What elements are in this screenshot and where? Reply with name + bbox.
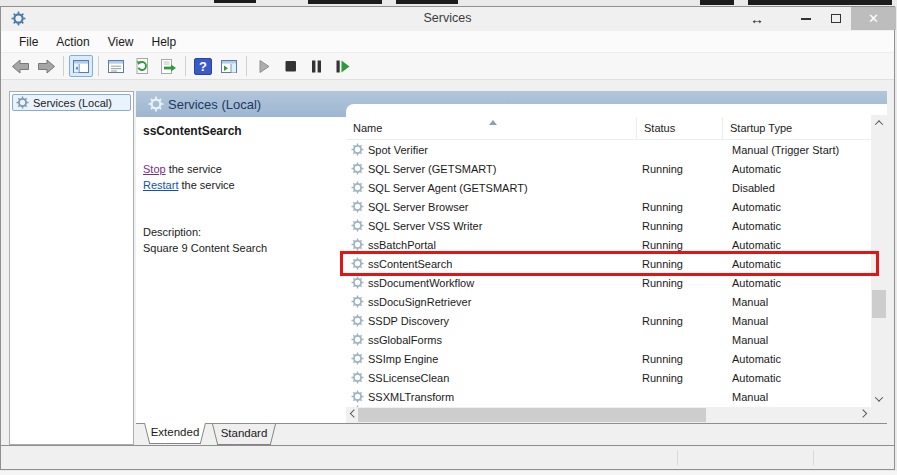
service-name-cell: Spot Verifier [368, 144, 428, 156]
forward-button[interactable] [34, 55, 58, 77]
background-window-fragment [396, 0, 458, 4]
service-startup-cell: Manual [732, 391, 768, 403]
export-list-icon [160, 59, 177, 74]
main-area: Services (Local) Services (Local) ssCont… [1, 81, 894, 445]
status-bar-divider [677, 450, 678, 465]
toolbar-separator [98, 56, 99, 76]
horizontal-scrollbar[interactable] [346, 407, 871, 423]
service-status-cell: Running [642, 315, 683, 327]
service-row[interactable]: SSLicenseClean Running Automatic [346, 368, 871, 387]
column-header-startup-type[interactable]: Startup Type [723, 117, 872, 140]
scroll-right-button[interactable] [855, 407, 871, 423]
scroll-up-button[interactable] [871, 115, 887, 131]
services-pane: Services (Local) ssContentSearch Stop th… [136, 91, 887, 445]
service-row[interactable]: ssContentSearch Running Automatic [346, 254, 871, 273]
list-header: Name Status Startup Type [346, 117, 871, 140]
service-startup-cell: Automatic [732, 163, 781, 175]
properties-button[interactable] [104, 55, 128, 77]
close-button[interactable]: ✕ [851, 7, 896, 30]
service-gear-icon [351, 333, 364, 346]
tree-item-label: Services (Local) [33, 97, 112, 109]
scrollbar-corner [871, 407, 887, 423]
back-button[interactable] [8, 55, 32, 77]
stop-icon [282, 58, 299, 75]
action-pane-toggle-button[interactable] [217, 55, 241, 77]
service-startup-cell: Automatic [732, 372, 781, 384]
tree-item-services-local[interactable]: Services (Local) [12, 94, 131, 111]
properties-icon [108, 60, 124, 73]
service-status-cell: Running [642, 353, 683, 365]
service-name-cell: ssDocuSignRetriever [368, 296, 471, 308]
chevron-right-icon [859, 409, 867, 417]
service-gear-icon [351, 200, 364, 213]
service-gear-icon [351, 390, 364, 403]
service-row[interactable]: SQL Server Agent (GETSMART) Disabled [346, 178, 871, 197]
restart-service-line: Restart the service [143, 177, 338, 193]
stop-service-button[interactable] [278, 55, 302, 77]
start-service-button[interactable] [252, 55, 276, 77]
service-row[interactable]: SQL Server (GETSMART) Running Automatic [346, 159, 871, 178]
service-status-cell: Running [642, 277, 683, 289]
status-bar-divider [813, 450, 814, 465]
service-name-cell: ssGlobalForms [368, 334, 442, 346]
stop-service-link[interactable]: Stop [143, 163, 166, 175]
tab-extended-label: Extended [144, 423, 206, 442]
background-window-fragment [308, 0, 382, 4]
menu-item-action[interactable]: Action [47, 32, 98, 52]
service-row[interactable]: SSXMLTransform Manual [346, 387, 871, 406]
menu-item-help[interactable]: Help [143, 32, 186, 52]
services-header-gear-icon [148, 96, 164, 112]
tab-extended[interactable]: Extended [144, 423, 206, 444]
service-row[interactable]: Spot Verifier Manual (Trigger Start) [346, 140, 871, 159]
service-row[interactable]: ssDocuSignRetriever Manual [346, 292, 871, 311]
minimize-button[interactable] [793, 7, 819, 30]
service-name-cell: ssContentSearch [368, 258, 452, 270]
service-name-cell: SQL Server Browser [368, 201, 468, 213]
restart-service-link[interactable]: Restart [143, 179, 178, 191]
menu-item-view[interactable]: View [99, 32, 143, 52]
refresh-button[interactable] [130, 55, 154, 77]
horizontal-scrollbar-thumb[interactable] [358, 408, 706, 422]
service-gear-icon [351, 257, 364, 270]
service-row[interactable]: ssBatchPortal Running Automatic [346, 235, 871, 254]
help-icon: ? [194, 58, 212, 75]
resize-icon[interactable]: ↔ [745, 7, 769, 30]
service-row[interactable]: SSDP Discovery Running Manual [346, 311, 871, 330]
services-window: Services ↔ ✕ File Action View Help [0, 6, 895, 470]
toolbar-separator [63, 56, 64, 76]
column-header-status[interactable]: Status [637, 117, 723, 140]
view-tab-strip: Extended Standard [136, 423, 887, 445]
service-gear-icon [351, 219, 364, 232]
console-tree-toggle-button[interactable] [69, 55, 93, 77]
service-row[interactable]: SQL Server VSS Writer Running Automatic [346, 216, 871, 235]
service-gear-icon [351, 352, 364, 365]
export-list-button[interactable] [156, 55, 180, 77]
background-window-fragment [700, 0, 734, 5]
restart-service-button[interactable] [330, 55, 354, 77]
description-label: Description: [143, 224, 338, 240]
service-status-cell: Running [642, 258, 683, 270]
service-row[interactable]: ssDocumentWorkflow Running Automatic [346, 273, 871, 292]
service-name-cell: ssBatchPortal [368, 239, 436, 251]
vertical-scrollbar[interactable] [871, 115, 887, 407]
vertical-scrollbar-thumb[interactable] [872, 290, 886, 318]
service-startup-cell: Automatic [732, 201, 781, 213]
status-bar [1, 445, 894, 469]
extended-description-pane: ssContentSearch Stop the service Restart… [136, 117, 346, 423]
service-startup-cell: Automatic [732, 277, 781, 289]
menu-item-file[interactable]: File [10, 32, 47, 52]
service-startup-cell: Automatic [732, 353, 781, 365]
sort-ascending-icon [489, 120, 497, 125]
service-status-cell: Running [642, 372, 683, 384]
console-tree-icon [73, 60, 89, 73]
maximize-button[interactable] [823, 7, 849, 30]
help-button[interactable]: ? [191, 55, 215, 77]
scroll-down-button[interactable] [871, 391, 887, 407]
pause-service-button[interactable] [304, 55, 328, 77]
service-row[interactable]: ssGlobalForms Manual [346, 330, 871, 349]
service-status-cell: Running [642, 220, 683, 232]
chevron-up-icon [875, 120, 883, 128]
service-row[interactable]: SSImp Engine Running Automatic [346, 349, 871, 368]
service-row[interactable]: SQL Server Browser Running Automatic [346, 197, 871, 216]
tab-standard[interactable]: Standard [212, 424, 276, 445]
